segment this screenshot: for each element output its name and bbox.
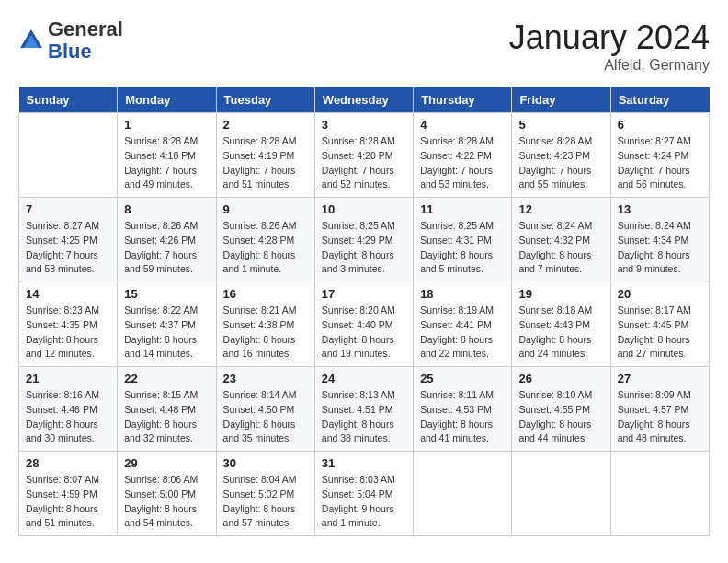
day-info: Sunrise: 8:28 AMSunset: 4:23 PMDaylight:… [518,134,603,192]
month-title: January 2024 [509,18,710,57]
logo: General Blue [18,18,123,63]
day-info: Sunrise: 8:21 AMSunset: 4:38 PMDaylight:… [223,304,308,362]
day-info: Sunrise: 8:13 AMSunset: 4:51 PMDaylight:… [322,388,406,446]
day-number: 22 [124,372,209,385]
col-friday: Friday [512,87,610,113]
day-number: 14 [26,287,110,301]
day-number: 31 [322,456,406,470]
day-info: Sunrise: 8:17 AMSunset: 4:45 PMDaylight:… [618,304,702,362]
day-number: 30 [223,456,308,470]
day-number: 19 [518,287,603,301]
day-number: 23 [223,372,308,385]
day-number: 7 [26,202,110,216]
page-header: General Blue January 2024 Alfeld, German… [18,18,710,74]
logo-general: General [48,17,123,40]
day-info: Sunrise: 8:18 AMSunset: 4:43 PMDaylight:… [518,304,603,362]
day-info: Sunrise: 8:23 AMSunset: 4:35 PMDaylight:… [26,304,110,362]
col-sunday: Sunday [19,87,118,113]
day-info: Sunrise: 8:24 AMSunset: 4:34 PMDaylight:… [618,219,702,277]
day-info: Sunrise: 8:26 AMSunset: 4:28 PMDaylight:… [223,219,308,277]
calendar-week-1: 1Sunrise: 8:28 AMSunset: 4:18 PMDaylight… [19,113,710,198]
day-info: Sunrise: 8:27 AMSunset: 4:25 PMDaylight:… [26,219,110,277]
col-wednesday: Wednesday [314,87,413,113]
calendar-cell: 21Sunrise: 8:16 AMSunset: 4:46 PMDayligh… [19,367,118,452]
calendar-cell: 9Sunrise: 8:26 AMSunset: 4:28 PMDaylight… [216,198,314,282]
calendar-cell: 11Sunrise: 8:25 AMSunset: 4:31 PMDayligh… [414,198,512,282]
col-tuesday: Tuesday [216,87,314,113]
day-info: Sunrise: 8:07 AMSunset: 4:59 PMDaylight:… [26,473,110,531]
calendar-cell [414,452,512,536]
day-info: Sunrise: 8:03 AMSunset: 5:04 PMDaylight:… [322,473,406,531]
calendar-cell: 19Sunrise: 8:18 AMSunset: 4:43 PMDayligh… [512,282,610,367]
logo-blue: Blue [48,40,92,63]
day-info: Sunrise: 8:11 AMSunset: 4:53 PMDaylight:… [420,388,505,446]
day-number: 10 [322,202,406,216]
calendar-cell: 15Sunrise: 8:22 AMSunset: 4:37 PMDayligh… [118,282,216,367]
calendar-cell: 26Sunrise: 8:10 AMSunset: 4:55 PMDayligh… [512,367,610,452]
calendar-cell: 3Sunrise: 8:28 AMSunset: 4:20 PMDaylight… [314,113,413,198]
day-number: 12 [518,202,603,216]
calendar-cell: 24Sunrise: 8:13 AMSunset: 4:51 PMDayligh… [314,367,413,452]
day-info: Sunrise: 8:15 AMSunset: 4:48 PMDaylight:… [124,388,209,446]
day-number: 8 [124,202,209,216]
day-info: Sunrise: 8:14 AMSunset: 4:50 PMDaylight:… [223,388,308,446]
logo-text: General Blue [48,18,123,63]
day-info: Sunrise: 8:27 AMSunset: 4:24 PMDaylight:… [618,134,702,192]
day-info: Sunrise: 8:19 AMSunset: 4:41 PMDaylight:… [420,304,505,362]
calendar-cell: 20Sunrise: 8:17 AMSunset: 4:45 PMDayligh… [610,282,709,367]
day-info: Sunrise: 8:24 AMSunset: 4:32 PMDaylight:… [518,219,603,277]
day-info: Sunrise: 8:06 AMSunset: 5:00 PMDaylight:… [124,473,209,531]
col-saturday: Saturday [610,87,709,113]
day-number: 17 [322,287,406,301]
calendar-cell: 28Sunrise: 8:07 AMSunset: 4:59 PMDayligh… [19,452,118,536]
day-info: Sunrise: 8:16 AMSunset: 4:46 PMDaylight:… [26,388,110,446]
calendar-cell: 12Sunrise: 8:24 AMSunset: 4:32 PMDayligh… [512,198,610,282]
calendar-cell: 6Sunrise: 8:27 AMSunset: 4:24 PMDaylight… [610,113,709,198]
calendar-cell: 25Sunrise: 8:11 AMSunset: 4:53 PMDayligh… [414,367,512,452]
calendar-week-2: 7Sunrise: 8:27 AMSunset: 4:25 PMDaylight… [19,198,710,282]
calendar-cell: 10Sunrise: 8:25 AMSunset: 4:29 PMDayligh… [314,198,413,282]
day-number: 13 [618,202,702,216]
calendar-cell: 1Sunrise: 8:28 AMSunset: 4:18 PMDaylight… [118,113,216,198]
day-number: 15 [124,287,209,301]
day-number: 5 [518,118,603,132]
calendar-cell: 29Sunrise: 8:06 AMSunset: 5:00 PMDayligh… [118,452,216,536]
day-info: Sunrise: 8:28 AMSunset: 4:18 PMDaylight:… [124,134,209,192]
calendar-table: Sunday Monday Tuesday Wednesday Thursday… [18,87,710,536]
location: Alfeld, Germany [509,57,710,74]
calendar-cell [610,452,709,536]
calendar-cell: 14Sunrise: 8:23 AMSunset: 4:35 PMDayligh… [19,282,118,367]
day-number: 18 [420,287,505,301]
calendar-week-4: 21Sunrise: 8:16 AMSunset: 4:46 PMDayligh… [19,367,710,452]
day-number: 21 [26,372,110,385]
calendar-cell: 27Sunrise: 8:09 AMSunset: 4:57 PMDayligh… [610,367,709,452]
day-info: Sunrise: 8:25 AMSunset: 4:29 PMDaylight:… [322,219,406,277]
day-number: 26 [518,372,603,385]
calendar-cell: 23Sunrise: 8:14 AMSunset: 4:50 PMDayligh… [216,367,314,452]
calendar-cell: 18Sunrise: 8:19 AMSunset: 4:41 PMDayligh… [414,282,512,367]
calendar-week-5: 28Sunrise: 8:07 AMSunset: 4:59 PMDayligh… [19,452,710,536]
day-info: Sunrise: 8:28 AMSunset: 4:20 PMDaylight:… [322,134,406,192]
logo-icon [18,28,44,53]
day-number: 1 [124,118,209,132]
day-number: 4 [420,118,505,132]
day-number: 20 [618,287,702,301]
calendar-cell [19,113,118,198]
day-info: Sunrise: 8:09 AMSunset: 4:57 PMDaylight:… [618,388,702,446]
calendar-cell: 13Sunrise: 8:24 AMSunset: 4:34 PMDayligh… [610,198,709,282]
day-info: Sunrise: 8:10 AMSunset: 4:55 PMDaylight:… [518,388,603,446]
day-number: 28 [26,456,110,470]
day-number: 3 [322,118,406,132]
day-info: Sunrise: 8:20 AMSunset: 4:40 PMDaylight:… [322,304,406,362]
day-info: Sunrise: 8:22 AMSunset: 4:37 PMDaylight:… [124,304,209,362]
header-row: Sunday Monday Tuesday Wednesday Thursday… [19,87,710,113]
day-info: Sunrise: 8:28 AMSunset: 4:22 PMDaylight:… [420,134,505,192]
title-block: January 2024 Alfeld, Germany [509,18,710,74]
calendar-cell: 2Sunrise: 8:28 AMSunset: 4:19 PMDaylight… [216,113,314,198]
day-number: 24 [322,372,406,385]
calendar-cell: 31Sunrise: 8:03 AMSunset: 5:04 PMDayligh… [314,452,413,536]
day-number: 27 [618,372,702,385]
day-number: 9 [223,202,308,216]
day-number: 2 [223,118,308,132]
calendar-cell: 16Sunrise: 8:21 AMSunset: 4:38 PMDayligh… [216,282,314,367]
